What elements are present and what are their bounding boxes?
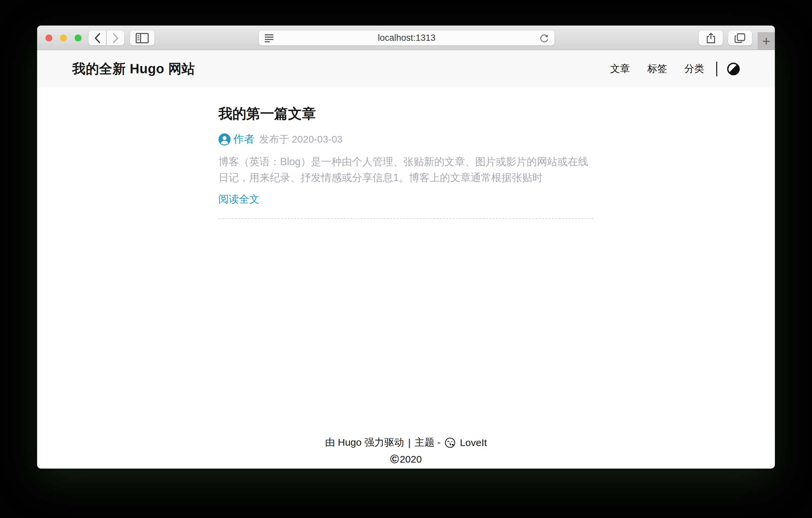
post-summary-text: 博客（英语：Blog）是一种由个人管理、张贴新的文章、图片或影片的网站或在线日记… [219, 154, 593, 186]
post-meta: 作者 发布于 2020-03-03 [219, 132, 593, 146]
site-footer: 由 Hugo 强力驱动 | 主题 - LoveIt © 2020 [37, 436, 775, 469]
address-bar[interactable]: localhost:1313 [259, 30, 554, 46]
close-window-button[interactable] [46, 34, 52, 42]
chevron-left-icon [94, 33, 101, 44]
new-tab-button[interactable]: + [758, 32, 775, 50]
powered-by-text: 由 Hugo 强力驱动 [325, 436, 404, 449]
footer-separator: | [408, 437, 411, 448]
url-text[interactable]: localhost:1313 [274, 33, 539, 43]
share-icon [706, 32, 716, 44]
tab-overview-button[interactable] [728, 30, 752, 46]
content-column: 我的第一篇文章 作者 发布于 2020-03-03 博客（英语：Blog） [219, 87, 593, 219]
nav-item-posts[interactable]: 文章 [610, 62, 630, 76]
post-date: 发布于 2020-03-03 [259, 133, 343, 146]
nav-item-categories[interactable]: 分类 [685, 62, 704, 76]
site-header: 我的全新 Hugo 网站 文章 标签 分类 [37, 50, 775, 87]
post-divider [219, 218, 593, 219]
tabs-overview-icon [734, 33, 746, 44]
post-title[interactable]: 我的第一篇文章 [219, 105, 593, 123]
reader-view-icon[interactable] [264, 33, 274, 43]
copyright-year: 2020 [400, 454, 422, 465]
copyright-icon: © [390, 453, 399, 465]
browser-toolbar: localhost:1313 [37, 26, 775, 50]
chevron-right-icon [112, 33, 119, 44]
share-button[interactable] [699, 30, 723, 46]
browser-window: localhost:1313 [37, 26, 775, 469]
nav-item-tags[interactable]: 标签 [647, 62, 667, 76]
post-summary-card: 我的第一篇文章 作者 发布于 2020-03-03 博客（英语：Blog） [219, 105, 593, 219]
page-main: 我的第一篇文章 作者 发布于 2020-03-03 博客（英语：Blog） [37, 87, 775, 436]
face-blowing-kiss-icon [444, 437, 456, 448]
minimize-window-button[interactable] [60, 34, 67, 42]
nav-divider [716, 62, 717, 76]
back-button[interactable] [88, 30, 106, 46]
zoom-window-button[interactable] [75, 34, 82, 42]
post-author-link[interactable]: 作者 [233, 132, 255, 146]
user-circle-icon [219, 133, 231, 145]
theme-name-link[interactable]: LoveIt [460, 437, 487, 448]
theme-prefix-text: 主题 - [415, 436, 440, 449]
reload-icon[interactable] [539, 33, 549, 43]
sidebar-icon [136, 33, 149, 44]
footer-credits: 由 Hugo 强力驱动 | 主题 - LoveIt [37, 436, 775, 449]
read-more-link[interactable]: 阅读全文 [219, 192, 260, 206]
theme-toggle-icon[interactable] [727, 63, 740, 75]
sidebar-toggle-button[interactable] [130, 30, 154, 46]
site-title[interactable]: 我的全新 Hugo 网站 [72, 60, 195, 78]
site-nav: 文章 标签 分类 [593, 62, 740, 76]
screenshot-canvas: localhost:1313 [0, 0, 812, 518]
forward-button[interactable] [107, 30, 124, 46]
footer-copyright: © 2020 [37, 453, 775, 465]
